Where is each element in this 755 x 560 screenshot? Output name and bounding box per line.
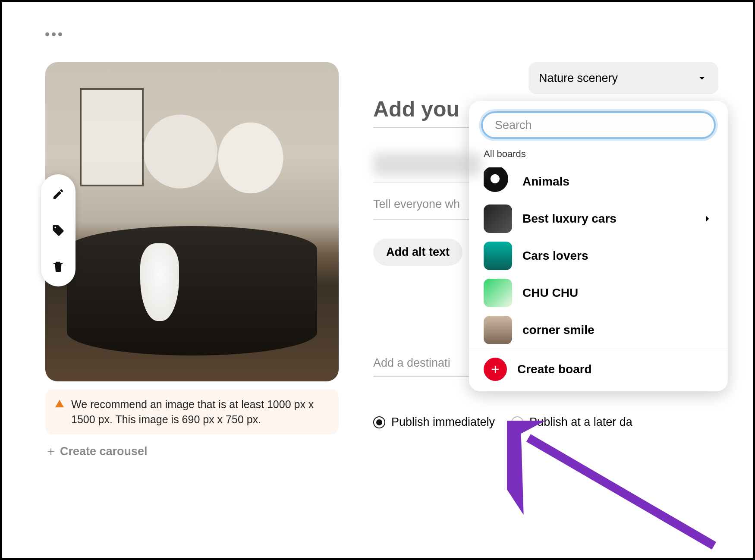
radio-selected-icon — [373, 416, 385, 428]
board-thumb — [484, 242, 512, 270]
board-item-corner-smile[interactable]: corner smile — [469, 311, 728, 349]
author-chip-redacted — [373, 153, 481, 176]
board-selector-value: Nature scenery — [539, 72, 618, 85]
warning-text: We recommend an image that is at least 1… — [71, 397, 329, 427]
board-dropdown-panel: All boards Animals Best luxury cars Cars… — [469, 101, 728, 391]
delete-image-button[interactable] — [50, 259, 66, 274]
publish-later-option[interactable]: Publish at a later da — [511, 415, 632, 429]
create-board-button[interactable]: Create board — [469, 349, 728, 391]
publish-later-label: Publish at a later da — [529, 415, 632, 429]
image-size-warning: We recommend an image that is at least 1… — [45, 389, 339, 434]
board-search-input[interactable] — [481, 111, 716, 139]
chevron-down-icon — [696, 72, 708, 84]
create-carousel-button[interactable]: Create carousel — [45, 445, 339, 458]
pin-image-preview — [45, 62, 339, 381]
board-selector[interactable]: Nature scenery — [528, 62, 718, 94]
board-item-label: CHU CHU — [522, 286, 578, 300]
chevron-right-icon — [702, 213, 713, 224]
warning-icon — [55, 399, 64, 409]
board-thumb — [484, 204, 512, 233]
tag-icon — [52, 224, 65, 237]
publish-options: Publish immediately Publish at a later d… — [373, 415, 718, 429]
radio-unselected-icon — [511, 416, 523, 428]
board-item-animals[interactable]: Animals — [469, 163, 728, 200]
add-alt-text-label: Add alt text — [386, 245, 450, 258]
tag-products-button[interactable] — [50, 223, 66, 238]
board-item-label: Best luxury cars — [522, 212, 617, 226]
board-thumb — [484, 167, 512, 196]
create-board-label: Create board — [517, 362, 592, 376]
pencil-icon — [52, 188, 65, 201]
board-item-label: corner smile — [522, 323, 595, 337]
board-item-chu-chu[interactable]: CHU CHU — [469, 274, 728, 311]
trash-icon — [52, 260, 65, 273]
board-list: Animals Best luxury cars Cars lovers CHU… — [469, 163, 728, 349]
board-item-label: Animals — [522, 175, 569, 189]
board-item-label: Cars lovers — [522, 249, 588, 263]
board-item-luxury-cars[interactable]: Best luxury cars — [469, 200, 728, 237]
plus-icon — [45, 446, 57, 457]
board-item-cars-lovers[interactable]: Cars lovers — [469, 237, 728, 274]
publish-immediately-option[interactable]: Publish immediately — [373, 415, 495, 429]
board-thumb — [484, 279, 512, 307]
publish-immediately-label: Publish immediately — [391, 415, 495, 429]
board-thumb — [484, 316, 512, 344]
add-alt-text-button[interactable]: Add alt text — [373, 239, 462, 266]
image-tools-pill — [41, 174, 76, 286]
more-options-button[interactable] — [45, 32, 718, 36]
edit-image-button[interactable] — [50, 186, 66, 202]
create-carousel-label: Create carousel — [60, 445, 148, 458]
plus-badge-icon — [484, 358, 507, 381]
boards-section-label: All boards — [469, 139, 728, 163]
